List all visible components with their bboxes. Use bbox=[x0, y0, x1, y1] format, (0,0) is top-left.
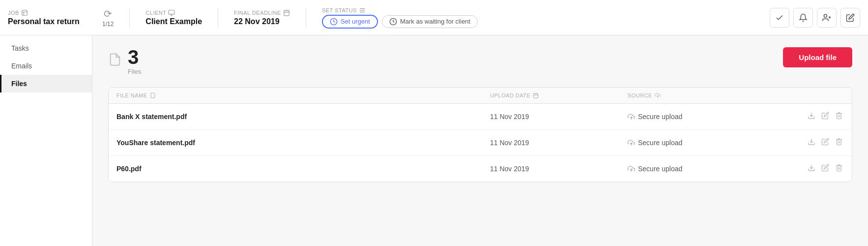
trash-icon-1 bbox=[835, 112, 843, 120]
file-name-2: YouShare statement.pdf bbox=[116, 139, 490, 147]
waiting-icon bbox=[389, 18, 397, 26]
trash-icon-2 bbox=[835, 138, 843, 146]
client-name: Client Example bbox=[145, 17, 202, 26]
client-icon bbox=[168, 9, 175, 16]
sidebar-item-tasks[interactable]: Tasks bbox=[0, 39, 92, 57]
status-section: SET STATUS Set urgent Mark as waiting fo… bbox=[322, 7, 478, 29]
secure-upload-icon-2 bbox=[628, 139, 635, 147]
job-title: Personal tax return bbox=[8, 17, 87, 26]
progress-section: ⟳ 1/12 bbox=[102, 8, 114, 28]
divider-2 bbox=[218, 8, 218, 28]
deadline-section: FINAL DEADLINE 22 Nov 2019 bbox=[234, 9, 290, 26]
sidebar-item-files[interactable]: Files bbox=[0, 75, 92, 92]
upload-date-3: 11 Nov 2019 bbox=[490, 165, 628, 173]
deadline-date: 22 Nov 2019 bbox=[234, 17, 290, 26]
secure-upload-icon-3 bbox=[628, 165, 635, 173]
row-actions-1 bbox=[785, 111, 844, 123]
date-sort-icon bbox=[533, 92, 539, 98]
edit-action-button[interactable] bbox=[840, 8, 860, 28]
filename-sort-icon bbox=[150, 92, 156, 98]
download-icon-3 bbox=[808, 164, 815, 172]
files-bulk-icon bbox=[108, 53, 122, 70]
file-name-1: Bank X statement.pdf bbox=[116, 113, 490, 121]
divider-3 bbox=[306, 8, 306, 28]
client-section: CLIENT Client Example bbox=[145, 9, 202, 26]
status-label: SET STATUS bbox=[322, 7, 478, 14]
check-icon bbox=[775, 13, 784, 22]
row-actions-3 bbox=[785, 163, 844, 175]
client-label: CLIENT bbox=[145, 9, 202, 16]
source-sort-icon bbox=[655, 92, 661, 98]
page-layout: Tasks Emails Files 3 Files Upload file bbox=[0, 35, 868, 246]
bell-action-button[interactable] bbox=[793, 8, 813, 28]
job-icon bbox=[21, 9, 28, 16]
download-button-1[interactable] bbox=[807, 111, 816, 123]
files-table: FILE NAME UPLOAD DATE SOURCE Bank X stat… bbox=[108, 87, 852, 182]
upload-file-button[interactable]: Upload file bbox=[783, 47, 852, 67]
status-icon bbox=[359, 7, 366, 14]
calendar-icon bbox=[283, 9, 290, 16]
files-count-group: 3 Files bbox=[128, 47, 141, 75]
svg-rect-0 bbox=[22, 10, 28, 15]
sidebar-item-emails[interactable]: Emails bbox=[0, 57, 92, 75]
source-2: Secure upload bbox=[628, 139, 785, 147]
download-icon-1 bbox=[808, 112, 815, 120]
check-action-button[interactable] bbox=[770, 8, 789, 28]
svg-rect-1 bbox=[169, 10, 175, 14]
svg-point-8 bbox=[824, 14, 827, 17]
edit-icon bbox=[846, 13, 855, 22]
table-header: FILE NAME UPLOAD DATE SOURCE bbox=[109, 88, 852, 104]
set-urgent-button[interactable]: Set urgent bbox=[322, 15, 378, 29]
edit-file-icon-2 bbox=[821, 138, 829, 146]
edit-file-button-3[interactable] bbox=[820, 163, 830, 175]
delete-file-button-2[interactable] bbox=[834, 137, 844, 149]
waiting-for-client-button[interactable]: Mark as waiting for client bbox=[382, 15, 478, 28]
delete-file-button-1[interactable] bbox=[834, 111, 844, 123]
job-label: JOB bbox=[8, 9, 87, 16]
bell-icon bbox=[799, 13, 808, 22]
job-section: JOB Personal tax return bbox=[8, 9, 87, 26]
assign-action-button[interactable] bbox=[817, 8, 837, 28]
sidebar: Tasks Emails Files bbox=[0, 35, 92, 246]
svg-rect-11 bbox=[534, 93, 538, 98]
edit-file-button-1[interactable] bbox=[820, 111, 830, 123]
files-count-block: 3 Files bbox=[108, 47, 141, 75]
upload-date-1: 11 Nov 2019 bbox=[490, 113, 628, 121]
file-name-3: P60.pdf bbox=[116, 165, 490, 173]
files-header: 3 Files Upload file bbox=[108, 47, 852, 75]
download-icon-2 bbox=[808, 138, 815, 146]
edit-file-button-2[interactable] bbox=[820, 137, 830, 149]
edit-file-icon-1 bbox=[821, 112, 829, 120]
upload-date-2: 11 Nov 2019 bbox=[490, 139, 628, 147]
assign-icon bbox=[822, 13, 831, 22]
source-1: Secure upload bbox=[628, 113, 785, 121]
progress-icon: ⟳ bbox=[104, 8, 112, 20]
progress-text: 1/12 bbox=[102, 21, 114, 28]
edit-file-icon-3 bbox=[821, 164, 829, 172]
download-button-2[interactable] bbox=[807, 137, 816, 149]
col-upload-date: UPLOAD DATE bbox=[490, 92, 628, 98]
status-buttons: Set urgent Mark as waiting for client bbox=[322, 15, 478, 29]
main-content: 3 Files Upload file FILE NAME UPLOAD DAT… bbox=[92, 35, 868, 246]
urgent-icon bbox=[330, 18, 338, 26]
files-label: Files bbox=[128, 68, 141, 75]
secure-upload-icon-1 bbox=[628, 113, 635, 121]
trash-icon-3 bbox=[835, 164, 843, 172]
col-filename: FILE NAME bbox=[116, 92, 490, 98]
divider-1 bbox=[129, 8, 130, 28]
table-row: YouShare statement.pdf 11 Nov 2019 Secur… bbox=[109, 130, 852, 156]
header: JOB Personal tax return ⟳ 1/12 CLIENT Cl… bbox=[0, 0, 868, 35]
files-count: 3 bbox=[128, 47, 141, 67]
header-actions bbox=[770, 8, 860, 28]
row-actions-2 bbox=[785, 137, 844, 149]
table-row: P60.pdf 11 Nov 2019 Secure upload bbox=[109, 156, 852, 182]
delete-file-button-3[interactable] bbox=[834, 163, 844, 175]
source-3: Secure upload bbox=[628, 165, 785, 173]
table-row: Bank X statement.pdf 11 Nov 2019 Secure … bbox=[109, 104, 852, 130]
svg-rect-2 bbox=[284, 10, 289, 15]
download-button-3[interactable] bbox=[807, 163, 816, 175]
col-actions bbox=[785, 92, 844, 98]
col-source: SOURCE bbox=[628, 92, 785, 98]
deadline-label: FINAL DEADLINE bbox=[234, 9, 290, 16]
